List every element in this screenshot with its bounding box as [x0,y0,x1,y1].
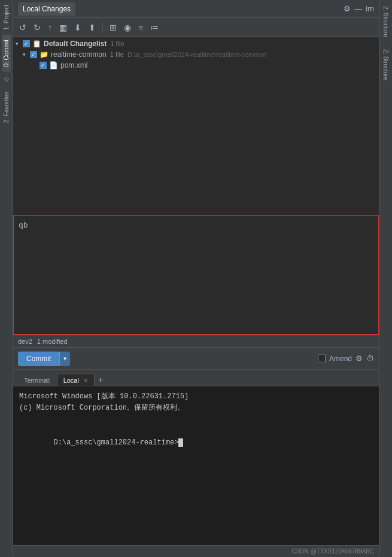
minimize-icon[interactable]: — [354,4,362,13]
terminal-tabs: Terminal: Local ✕ + [13,370,379,386]
toolbar-grid-btn[interactable]: ⊞ [107,22,119,34]
toolbar-refresh-btn[interactable]: ↺ [17,22,29,34]
toolbar-sort-btn[interactable]: ≔ [148,22,161,34]
title-bar-actions: ⚙ — im [344,4,374,13]
amend-checkbox[interactable] [318,355,326,362]
terminal-line-1: Microsoft Windows [版本 10.0.22631.2715] [19,391,373,402]
repo-arrow: ▾ [23,52,29,57]
terminal-line-2: (c) Microsoft Corporation。保留所有权利。 [19,402,373,414]
main-area: Local Changes ⚙ — im ↺ ↻ ↑ ▦ ⬇ ⬆ ⊞ ◉ ≡ ≔… [13,0,379,557]
terminal-add-button[interactable]: + [95,374,107,386]
toolbar-down-btn[interactable]: ⬇ [72,22,84,34]
commit-btn-group: Commit ▾ [18,352,70,366]
toolbar-redo-btn[interactable]: ↻ [31,22,43,34]
terminal-cursor [178,438,183,447]
commit-area [13,215,379,335]
commit-button[interactable]: Commit [18,352,59,366]
amend-label: Amend [329,355,352,363]
toolbar-push-btn[interactable]: ⬆ [86,22,98,34]
right-panels: 2: Structure Z: Structure [379,0,392,557]
terminal-close-icon[interactable]: ✕ [83,377,88,384]
terminal-local-label: Local [63,377,79,384]
toolbar-separator-1 [102,22,103,33]
terminal-container: Terminal: Local ✕ + Microsoft Windows [版… [13,370,379,545]
changelist-checkbox[interactable]: ✓ [23,40,30,47]
toolbar-diff-btn[interactable]: ▦ [57,22,69,34]
file-row[interactable]: ✓ 📄 pom.xml [13,60,379,71]
expand-icon[interactable]: im [366,4,374,13]
amend-settings-icon[interactable]: ⚙ [355,354,363,363]
terminal-local-tab[interactable]: Local ✕ [57,374,95,386]
terminal-prompt: D:\a_sssc\gmall2024-realtime> [54,438,179,447]
toolbar-up-btn[interactable]: ↑ [45,22,54,34]
watermark-text: CSDN @TTXS123456789ABC [292,548,374,555]
settings-icon[interactable]: ⚙ [344,4,351,13]
changelist-arrow: ▾ [16,41,22,47]
modified-status: 1 modified [37,338,68,345]
repo-path: D:\a_sssc\gmall2024-realtime\realtime-co… [127,51,267,58]
terminal-body[interactable]: Microsoft Windows [版本 10.0.22631.2715] (… [13,386,379,545]
changelist-icon: 📋 [32,40,41,48]
file-checkbox[interactable]: ✓ [39,62,47,69]
amend-history-icon[interactable]: ⏱ [366,354,374,363]
title-bar: Local Changes ⚙ — im [13,0,379,18]
file-label: pom.xml [60,61,87,69]
amend-group: Amend ⚙ ⏱ [318,354,374,363]
changelist-label: Default Changelist [44,40,107,48]
toolbar-eye-btn[interactable]: ◉ [121,22,133,34]
commit-message-input[interactable] [14,216,378,334]
changelist-meta: 1 file [110,40,124,47]
commit-bar: Commit ▾ Amend ⚙ ⏱ [13,348,379,370]
sidebar-tab-commit[interactable]: 0: Commit [2,35,11,72]
right-tab-structure[interactable]: 2: Structure [381,0,390,43]
toolbar-list-btn[interactable]: ≡ [136,22,145,34]
terminal-line-3 [19,414,373,425]
bottom-bar: CSDN @TTXS123456789ABC [13,545,379,557]
sidebar-icon-star[interactable]: ☆ [2,72,11,87]
left-sidebar: 1: Project 0: Commit ☆ 2: Favorites [0,0,13,557]
branch-name: dev2 [18,338,32,345]
toolbar: ↺ ↻ ↑ ▦ ⬇ ⬆ ⊞ ◉ ≡ ≔ [13,18,379,37]
terminal-label: Terminal: [18,374,57,386]
commit-arrow-button[interactable]: ▾ [59,352,70,366]
file-tree: ▾ ✓ 📋 Default Changelist 1 file ▾ ✓ 📁 re… [13,37,379,215]
title-bar-tab[interactable]: Local Changes [18,2,75,16]
sidebar-tab-favorites[interactable]: 2: Favorites [2,87,11,128]
repo-row[interactable]: ▾ ✓ 📁 realtime-common 1 file D:\a_sssc\g… [13,49,379,60]
changelist-row[interactable]: ▾ ✓ 📋 Default Changelist 1 file [13,38,379,49]
repo-checkbox[interactable]: ✓ [30,51,37,58]
file-icon: 📄 [49,61,58,69]
status-bar: dev2 1 modified [13,335,379,348]
repo-meta: 1 file [110,51,124,58]
terminal-prompt-line: D:\a_sssc\gmall2024-realtime> [19,426,373,461]
right-tab-z-structure[interactable]: Z: Structure [381,43,390,86]
repo-icon: 📁 [39,50,48,59]
sidebar-tab-project[interactable]: 1: Project [2,0,11,35]
repo-label: realtime-common [51,50,107,59]
